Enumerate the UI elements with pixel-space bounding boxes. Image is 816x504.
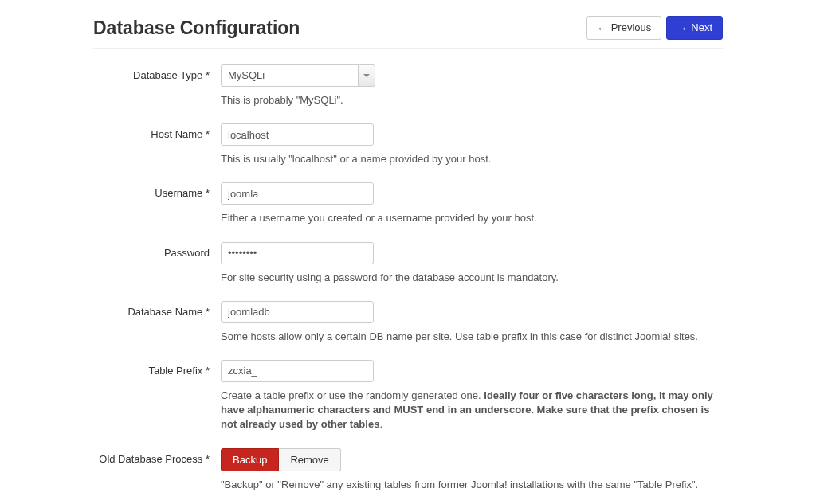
field-row-database-name: Database Name * Some hosts allow only a … — [93, 301, 723, 344]
label-password: Password — [93, 242, 221, 259]
database-type-select[interactable]: MySQLi — [221, 64, 375, 87]
field-row-username: Username * Either a username you created… — [93, 182, 723, 225]
arrow-left-icon: ← — [597, 23, 607, 33]
help-old-database: "Backup" or "Remove" any existing tables… — [221, 478, 723, 492]
remove-button[interactable]: Remove — [279, 448, 340, 471]
previous-button-top[interactable]: ← Previous — [586, 16, 662, 40]
field-row-password: Password For site security using a passw… — [93, 242, 723, 285]
label-database-name: Database Name * — [93, 301, 221, 318]
header-nav-buttons: ← Previous → Next — [586, 16, 723, 40]
help-prefix-pre: Create a table prefix or use the randoml… — [221, 389, 484, 401]
database-name-input[interactable] — [221, 301, 374, 323]
help-password: For site security using a password for t… — [221, 271, 723, 285]
page-title: Database Configuration — [93, 18, 300, 39]
help-database-type: This is probably "MySQLi". — [221, 93, 723, 107]
backup-button[interactable]: Backup — [221, 448, 279, 471]
field-row-table-prefix: Table Prefix * Create a table prefix or … — [93, 360, 723, 432]
field-row-old-database: Old Database Process * Backup Remove "Ba… — [93, 448, 723, 492]
previous-label: Previous — [611, 21, 652, 35]
arrow-right-icon: → — [677, 23, 687, 33]
page-header: Database Configuration ← Previous → Next — [93, 16, 723, 49]
help-prefix-post: . — [379, 418, 382, 430]
label-table-prefix: Table Prefix * — [93, 360, 221, 377]
database-type-dropdown-button[interactable] — [358, 64, 375, 87]
next-label: Next — [691, 21, 712, 35]
help-host-name: This is usually "localhost" or a name pr… — [221, 152, 723, 166]
chevron-down-icon — [363, 74, 370, 77]
label-username: Username * — [93, 182, 221, 199]
label-host-name: Host Name * — [93, 123, 221, 140]
help-table-prefix: Create a table prefix or use the randoml… — [221, 389, 723, 432]
label-old-database: Old Database Process * — [93, 448, 221, 465]
username-input[interactable] — [221, 182, 374, 205]
host-name-input[interactable] — [221, 123, 374, 146]
help-username: Either a username you created or a usern… — [221, 211, 723, 225]
table-prefix-input[interactable] — [221, 360, 374, 382]
field-row-database-type: Database Type * MySQLi This is probably … — [93, 64, 723, 107]
database-type-value: MySQLi — [221, 64, 358, 87]
next-button-top[interactable]: → Next — [666, 16, 723, 40]
field-row-host-name: Host Name * This is usually "localhost" … — [93, 123, 723, 166]
old-database-toggle: Backup Remove — [221, 448, 341, 471]
help-database-name: Some hosts allow only a certain DB name … — [221, 330, 723, 344]
password-input[interactable] — [221, 242, 374, 264]
label-database-type: Database Type * — [93, 64, 221, 81]
